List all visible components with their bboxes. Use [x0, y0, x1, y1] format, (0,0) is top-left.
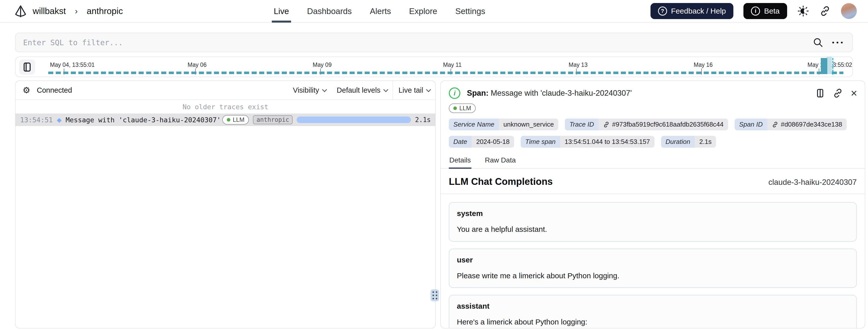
close-icon[interactable]: × — [851, 88, 857, 99]
attr-label: Span ID — [735, 119, 767, 130]
search-icon[interactable] — [812, 37, 824, 48]
attr-value: #d08697de343ce138 — [781, 121, 842, 128]
llm-tag-label: LLM — [459, 105, 471, 112]
tab-raw-data[interactable]: Raw Data — [485, 156, 516, 168]
timeline-tick: May 16 — [694, 62, 713, 68]
visibility-dropdown[interactable]: Visibility — [287, 81, 331, 99]
llm-section-header: LLM Chat Completions claude-3-haiku-2024… — [441, 169, 865, 194]
beta-label: Beta — [764, 7, 780, 15]
attr-value: #973fba5919cf9c618aafdb2635f68c44 — [612, 121, 723, 128]
span-attributes-row-1: Service Name unknown_service Trace ID #9… — [441, 119, 865, 130]
span-detail-tabs: Details Raw Data — [441, 156, 865, 169]
timeline-cursor[interactable] — [832, 58, 833, 74]
attr-value: 13:54:51.044 to 13:54:53.157 — [560, 136, 654, 148]
timeline-tick: May 09 — [313, 62, 332, 68]
link-icon — [603, 121, 610, 128]
span-detail-panel: i Span: Message with 'claude-3-haiku-202… — [440, 80, 865, 329]
default-levels-label: Default levels — [337, 86, 380, 94]
span-attributes-row-2: Date 2024-05-18 Time span 13:54:51.044 t… — [441, 136, 865, 148]
attr-service-name: Service Name unknown_service — [449, 119, 558, 130]
nav-tab-alerts[interactable]: Alerts — [370, 0, 391, 23]
grip-dots-icon — [433, 291, 437, 299]
trace-list-panel: ⚙ Connected Visibility Default levels Li… — [15, 80, 436, 329]
connection-status: Connected — [37, 86, 72, 94]
attr-duration: Duration 2.1s — [661, 136, 716, 148]
attr-trace-id[interactable]: Trace ID #973fba5919cf9c618aafdb2635f68c… — [565, 119, 728, 130]
breadcrumb-project[interactable]: anthropic — [87, 6, 123, 16]
trace-message: Message with 'claude-3-haiku-20240307' — [66, 116, 221, 124]
trace-panel-controls: Visibility Default levels Live tail — [287, 81, 435, 99]
llm-tag-badge: LLM — [449, 103, 476, 113]
more-options-icon[interactable]: ••• — [832, 39, 845, 46]
no-older-traces-notice: No older traces exist — [16, 100, 435, 114]
feedback-help-button[interactable]: ? Feedback / Help — [651, 3, 733, 19]
sql-filter-input[interactable] — [23, 38, 812, 47]
chevron-down-icon — [426, 87, 431, 92]
span-tags: LLM — [441, 101, 865, 113]
split-panel-icon[interactable] — [815, 88, 825, 99]
chevron-down-icon — [322, 87, 327, 92]
nav-tab-explore[interactable]: Explore — [409, 0, 437, 23]
app-root: willbakst › anthropic Live Dashboards Al… — [0, 0, 868, 330]
attr-value: 2024-05-18 — [472, 136, 514, 148]
question-icon: ? — [658, 6, 667, 16]
trace-timestamp: 13:54:51 — [20, 116, 53, 124]
section-title: LLM Chat Completions — [449, 176, 553, 187]
nav-tab-dashboards[interactable]: Dashboards — [307, 0, 352, 23]
duration-bar — [297, 117, 411, 123]
message-role: user — [457, 256, 849, 264]
user-avatar[interactable] — [841, 3, 857, 19]
default-levels-dropdown[interactable]: Default levels — [331, 81, 393, 99]
chat-messages: system You are a helpful assistant. user… — [441, 194, 865, 329]
timeline-axis[interactable]: May 04, 13:55:01 May 06 May 09 May 11 Ma… — [48, 57, 843, 77]
message-text: You are a helpful assistant. — [457, 224, 849, 235]
nav-tab-live[interactable]: Live — [274, 0, 289, 23]
copy-link-icon[interactable] — [833, 88, 843, 98]
message-card-user: user Please write me a limerick about Py… — [449, 249, 857, 288]
attr-label: Service Name — [449, 119, 499, 130]
share-link-icon[interactable] — [819, 5, 831, 17]
visibility-label: Visibility — [293, 86, 319, 94]
top-header: willbakst › anthropic Live Dashboards Al… — [0, 0, 868, 23]
span-header-actions: × — [815, 88, 857, 99]
main-nav: Live Dashboards Alerts Explore Settings — [274, 0, 485, 23]
sql-filter-actions: ••• — [812, 37, 845, 48]
message-card-assistant: assistant Here's a limerick about Python… — [449, 295, 857, 329]
breadcrumb-org[interactable]: willbakst — [33, 6, 66, 16]
nav-tab-settings[interactable]: Settings — [455, 0, 485, 23]
model-name: claude-3-haiku-20240307 — [768, 178, 857, 187]
logfire-logo-icon[interactable] — [14, 4, 27, 18]
timeline-selection-region — [827, 57, 832, 74]
attr-label: Duration — [661, 136, 695, 148]
attr-value: unknown_service — [499, 119, 558, 130]
feedback-help-label: Feedback / Help — [671, 7, 726, 15]
attr-span-id[interactable]: Span ID #d08697de343ce138 — [735, 119, 847, 130]
timeline-tick: May 06 — [188, 62, 207, 68]
tab-details[interactable]: Details — [449, 156, 471, 168]
beta-button[interactable]: i Beta — [743, 3, 787, 19]
llm-dot-icon — [453, 107, 457, 110]
theme-toggle-icon[interactable] — [797, 5, 809, 17]
span-diamond-icon: ◆ — [57, 116, 62, 124]
attr-time-span: Time span 13:54:51.044 to 13:54:53.157 — [521, 136, 654, 148]
breadcrumb-separator-icon: › — [75, 6, 78, 16]
timeline-activity-spike — [821, 58, 827, 74]
timeline: May 04, 13:55:01 May 06 May 09 May 11 Ma… — [15, 57, 853, 77]
panel-resize-handle[interactable] — [431, 289, 439, 301]
breadcrumb: willbakst › anthropic — [14, 4, 123, 18]
attr-value: 2.1s — [695, 136, 716, 148]
attr-label: Trace ID — [565, 119, 598, 130]
sidebar-toggle-button[interactable] — [19, 60, 35, 74]
live-tail-dropdown[interactable]: Live tail — [393, 81, 435, 99]
gear-icon[interactable]: ⚙ — [23, 85, 30, 95]
llm-tag-label: LLM — [233, 116, 245, 123]
span-title-label: Span: — [467, 89, 489, 97]
span-title-text: Message with 'claude-3-haiku-20240307' — [491, 89, 632, 97]
timeline-tick: May 11 — [443, 62, 462, 68]
timeline-activity-strip — [48, 71, 843, 74]
message-text: Please write me a limerick about Python … — [457, 271, 849, 281]
attr-label: Date — [449, 136, 472, 148]
span-info-icon: i — [449, 87, 460, 99]
trace-panel-header: ⚙ Connected Visibility Default levels Li… — [16, 81, 435, 100]
trace-row[interactable]: 13:54:51 ◆ Message with 'claude-3-haiku-… — [16, 114, 435, 126]
